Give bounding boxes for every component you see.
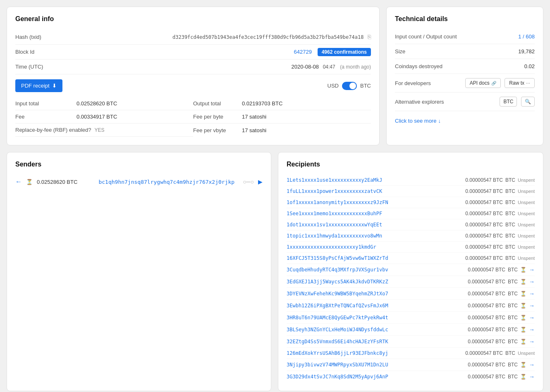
raw-tx-button[interactable]: Raw tx ⋯ xyxy=(505,78,535,88)
input-output-label: Input count / Output count xyxy=(395,33,457,40)
recipient-amount: 0.00000547 BTC xyxy=(465,188,503,194)
arrow-left-icon: ← xyxy=(15,178,22,185)
unspent-badge: Unspent xyxy=(518,200,535,205)
recipient-address[interactable]: 1topic1xxx1hmwyda1xxxxxxxxvo8wMn xyxy=(287,233,382,239)
btc-unit: BTC xyxy=(508,267,518,273)
sender-address[interactable]: bc1qh9hn7jnsq87lrygwhq7c4m9hzjr767x2j0rj… xyxy=(98,179,234,185)
fee-per-byte-value: 17 satoshi xyxy=(242,114,266,120)
api-docs-icon: 🔗 xyxy=(491,81,496,86)
input-total-row: Input total 0.02528620 BTC xyxy=(15,97,193,110)
unspent-badge: Unspent xyxy=(518,222,535,227)
recipient-row: 1topic1xxx1hmwyda1xxxxxxxxvo8wMn 0.00000… xyxy=(287,230,535,242)
recipient-address[interactable]: 3BLSeyh3NZGnYCLxHeMoiWJ4NDysfddwLc xyxy=(287,327,388,333)
recipient-row: 16XFCJ5T315S8yPsCfAjW5vw6wT1WXZrTd 0.000… xyxy=(287,253,535,264)
recipient-address[interactable]: 1dot1xxxxx1sv1xxxxxxxxxxxxwYqEEt xyxy=(287,222,382,228)
unspent-badge: Unspent xyxy=(518,245,535,249)
coindays-row: Coindays destroyed 0.02 xyxy=(395,59,535,74)
clock-spent-icon[interactable]: ⏳ xyxy=(520,315,526,321)
copy-icon[interactable]: ⎘ xyxy=(368,33,371,40)
arrow-right-blue-icon[interactable]: → xyxy=(529,290,535,297)
alt-explorers-row: Alternative explorers BTC 🔍 xyxy=(395,93,535,111)
clock-spent-icon[interactable]: ⏳ xyxy=(520,291,526,297)
arrow-right-blue-icon[interactable]: → xyxy=(529,314,535,321)
arrow-right-blue-icon[interactable]: → xyxy=(529,338,535,345)
recipient-amount: 0.00000547 BTC xyxy=(468,362,505,368)
recipient-address[interactable]: 32EZtgD4Ss5VnmxdS6Ei4hcHAJEzYFsRTK xyxy=(287,339,388,344)
btc-unit: BTC xyxy=(508,327,518,333)
recipient-row: 1of1xxxxx1anonymity1xxxxxxxxz9JzFN 0.000… xyxy=(287,197,535,208)
btc-alt-button[interactable]: BTC xyxy=(500,97,517,107)
input-total-label: Input total xyxy=(15,100,73,107)
btc-unit: BTC xyxy=(505,200,515,205)
circle-alt-button[interactable]: 🔍 xyxy=(521,97,535,107)
arrow-right-blue-icon[interactable]: → xyxy=(529,373,535,380)
currency-toggle[interactable] xyxy=(342,82,357,90)
recipient-address[interactable]: 3Ewbh12Z6iPXgBXtPeTQNCafQZvsFmJx6M xyxy=(287,303,388,309)
recipient-amount: 0.00000547 BTC xyxy=(465,244,503,250)
block-id-label: Block Id xyxy=(15,49,73,55)
click-to-see-more-link[interactable]: Click to see more ↓ xyxy=(395,118,441,124)
recipient-row: 3CuqdbeHhudyRTC4q3MXfrpJVXSgur1vbv 0.000… xyxy=(287,264,535,276)
recipient-amount: 0.00000547 BTC xyxy=(465,177,503,183)
btc-unit: BTC xyxy=(508,291,518,297)
sender-amount: 0.02528620 BTC xyxy=(37,179,77,185)
recipient-row: 1fuLL1xxxx1power1xxxxxxxxxzatvCK 0.00000… xyxy=(287,186,535,197)
output-total-row: Output total 0.02193703 BTC xyxy=(193,97,371,110)
recipient-row: 1Lets1xxxx1use1xxxxxxxxxxy2EaMkJ 0.00000… xyxy=(287,175,535,186)
usd-label: USD xyxy=(328,83,339,89)
arrow-right-blue-icon[interactable]: → xyxy=(529,278,535,285)
clock-spent-icon[interactable]: ⏳ xyxy=(520,374,526,380)
api-docs-button[interactable]: API docs 🔗 xyxy=(465,78,501,88)
btc-unit: BTC xyxy=(508,339,518,344)
btc-unit: BTC xyxy=(508,279,518,285)
recipient-address[interactable]: 1See1xxxx1memo1xxxxxxxxxxxxBuhPF xyxy=(287,211,382,216)
time-row: Time (UTC) 2020-08-08 04:47 (a month ago… xyxy=(15,59,371,74)
rbf-label: Replace-by-fee (RBF) enabled? xyxy=(15,127,91,133)
recipient-row: 3G3D29dx4tSvJC7nKq8SdN2M5yApvj6AnP 0.000… xyxy=(287,371,535,382)
recipient-address[interactable]: 1Lets1xxxx1use1xxxxxxxxxxy2EaMkJ xyxy=(287,177,382,183)
pdf-receipt-button[interactable]: PDF receipt ⬇ xyxy=(15,79,62,92)
recipient-amount: 0.00000547 BTC xyxy=(468,339,505,344)
coindays-label: Coindays destroyed xyxy=(395,63,442,69)
recipient-address[interactable]: 1xxxxxxxxxxxxxxxxxxxxxxy1kmdGr xyxy=(287,244,376,250)
arrow-right-blue-icon[interactable]: → xyxy=(529,266,535,273)
recipient-address[interactable]: 1of1xxxxx1anonymity1xxxxxxxxz9JzFN xyxy=(287,200,388,205)
arrow-right-blue-icon[interactable]: → xyxy=(529,302,535,309)
clock-spent-icon[interactable]: ⏳ xyxy=(520,267,526,273)
size-label: Size xyxy=(395,48,405,55)
alt-explorers-label: Alternative explorers xyxy=(395,99,444,105)
time-ago: (a month ago) xyxy=(340,64,371,70)
unspent-badge: Unspent xyxy=(518,351,535,356)
recipient-address[interactable]: 3CuqdbeHhudyRTC4q3MXfrpJVXSgur1vbv xyxy=(287,267,388,273)
clock-spent-icon[interactable]: ⏳ xyxy=(520,279,526,285)
block-id-link[interactable]: 642729 xyxy=(294,49,312,55)
recipient-row: 32EZtgD4Ss5VnmxdS6Ei4hcHAJEzYFsRTK 0.000… xyxy=(287,336,535,348)
hash-label: Hash (txid) xyxy=(15,34,73,40)
for-developers-row: For developers API docs 🔗 Raw tx ⋯ xyxy=(395,74,535,93)
recipients-title: Recipients xyxy=(287,161,535,168)
recipient-address[interactable]: 3HR8uT6n79UAMcE8QyGEwPc7ktPyekRw4t xyxy=(287,315,388,321)
time-label: Time (UTC) xyxy=(15,64,73,70)
clock-spent-icon[interactable]: ⏳ xyxy=(520,362,526,368)
arrow-right-blue-icon[interactable]: → xyxy=(529,326,535,333)
arrow-right-blue-icon[interactable]: → xyxy=(529,361,535,368)
clock-spent-icon[interactable]: ⏳ xyxy=(520,303,526,309)
recipient-address[interactable]: 3DYEVNzXwFehehKc9WBW5BYqehmZRJtXo7 xyxy=(287,291,388,297)
recipient-address[interactable]: 126mEdXokYrsUSAhB6jjLr93EJFbnkc8yj xyxy=(287,350,388,356)
clock-spent-icon[interactable]: ⏳ xyxy=(520,327,526,333)
recipient-address[interactable]: 3Njipy3bivwzV74MWPRpyxSbXU7M1Dn2LU xyxy=(287,362,388,368)
recipient-address[interactable]: 16XFCJ5T315S8yPsCfAjW5vw6wT1WXZrTd xyxy=(287,255,388,261)
arrow-connector-icon: ▶ xyxy=(258,178,263,185)
size-row: Size 19,782 xyxy=(395,44,535,59)
recipient-address[interactable]: 3EdGXEJ1A3jj5Waycs5AK4kJkdvDTKRKzZ xyxy=(287,279,388,285)
size-value: 19,782 xyxy=(518,48,535,55)
input-output-value: 1 / 608 xyxy=(518,33,535,40)
circle-alt-icon: 🔍 xyxy=(525,99,531,105)
clock-spent-icon[interactable]: ⏳ xyxy=(520,339,526,344)
recipients-card: Recipients 1Lets1xxxx1use1xxxxxxxxxxy2Ea… xyxy=(278,152,543,391)
unspent-badge: Unspent xyxy=(518,233,535,238)
recipient-address[interactable]: 3G3D29dx4tSvJC7nKq8SdN2M5yApvj6AnP xyxy=(287,374,388,380)
recipient-amount: 0.00000547 BTC xyxy=(468,279,505,285)
recipient-address[interactable]: 1fuLL1xxxx1power1xxxxxxxxxzatvCK xyxy=(287,188,382,194)
unspent-badge: Unspent xyxy=(518,211,535,216)
